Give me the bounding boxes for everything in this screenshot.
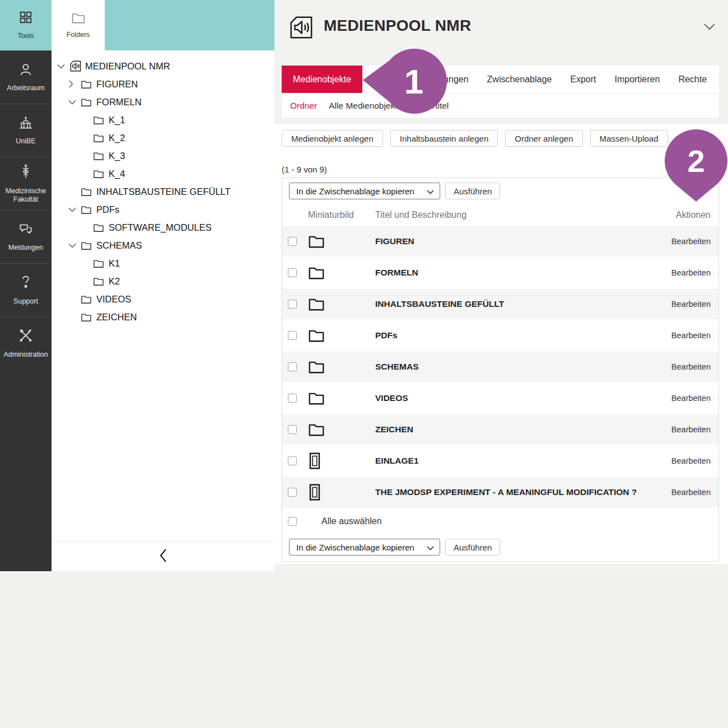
tree-item-k_1[interactable]: K_1 bbox=[52, 111, 274, 129]
execute-button[interactable]: Ausführen bbox=[445, 539, 500, 556]
rail-item-label: Support bbox=[12, 297, 40, 306]
tree-item-k_3[interactable]: K_3 bbox=[52, 147, 274, 165]
rail-item-meldungen[interactable]: Meldungen bbox=[0, 210, 52, 263]
row-checkbox[interactable] bbox=[288, 362, 297, 371]
folder-icon bbox=[81, 97, 96, 107]
chevron-down-icon[interactable] bbox=[68, 100, 81, 105]
tree-item-label: K_1 bbox=[109, 115, 125, 125]
table-row[interactable]: INHALTSBAUSTEINE GEFÜLLT Bearbeiten bbox=[282, 289, 718, 320]
rail-item-tools[interactable]: Tools bbox=[0, 0, 52, 50]
create-content-block-button[interactable]: Inhaltsbaustein anlegen bbox=[390, 130, 498, 147]
chevron-down-icon[interactable] bbox=[68, 243, 81, 248]
folder-icon bbox=[308, 234, 375, 249]
rail-item-medizinische-fakultaet[interactable]: Medizinische Fakultät bbox=[0, 157, 52, 210]
tab-rechte[interactable]: Rechte bbox=[678, 74, 707, 85]
subtab-ordner[interactable]: Ordner bbox=[290, 101, 317, 111]
execute-button[interactable]: Ausführen bbox=[445, 183, 500, 199]
tree-item-videos[interactable]: VIDEOS bbox=[52, 290, 274, 308]
tree-item-schemas[interactable]: SCHEMAS bbox=[52, 236, 274, 254]
rail-item-administration[interactable]: Administration bbox=[0, 316, 52, 370]
collapse-panel-chevron-left-icon[interactable] bbox=[153, 546, 173, 567]
row-checkbox[interactable] bbox=[288, 456, 297, 465]
bulk-action-select-value: In die Zwischenablage kopieren bbox=[296, 543, 414, 552]
column-aktionen: Aktionen bbox=[643, 210, 711, 220]
tree-item-label: K1 bbox=[109, 258, 120, 269]
app-icon-rail: Tools Arbeitsraum UniBE Medizinische Fak… bbox=[0, 0, 52, 571]
annotation-pin-2: 2 bbox=[662, 128, 728, 206]
tree-item-k1[interactable]: K1 bbox=[52, 254, 274, 272]
folder-panel: Folders MEDIENPOOL NMR FIGUREN FORMELN bbox=[52, 0, 274, 571]
bulk-action-select[interactable]: In die Zwischenablage kopieren bbox=[289, 183, 440, 199]
folder-icon bbox=[93, 277, 109, 286]
rail-item-label: Meldungen bbox=[7, 244, 45, 252]
row-checkbox[interactable] bbox=[288, 331, 297, 340]
row-title: FORMELN bbox=[375, 268, 643, 278]
chevron-right-icon[interactable] bbox=[68, 80, 81, 88]
edit-link[interactable]: Bearbeiten bbox=[643, 300, 711, 309]
tab-zwischenablage[interactable]: Zwischenablage bbox=[487, 74, 552, 85]
tree-item-software_modules[interactable]: SOFTWARE_MODULES bbox=[52, 218, 274, 236]
header-chevron-down-icon[interactable] bbox=[703, 22, 716, 32]
tree-item-label: FORMELN bbox=[96, 97, 142, 108]
rail-item-label: UniBE bbox=[14, 137, 37, 146]
content-panel: Medienobjekt anlegen Inhaltsbaustein anl… bbox=[274, 124, 728, 564]
tree-item-pdfs[interactable]: PDFs bbox=[52, 200, 274, 218]
folder-panel-footer bbox=[52, 542, 274, 571]
folder-icon bbox=[93, 259, 109, 268]
rail-item-label: Medizinische Fakultät bbox=[0, 187, 52, 204]
folder-icon bbox=[308, 422, 375, 437]
folders-tab[interactable]: Folders bbox=[52, 0, 105, 50]
row-checkbox[interactable] bbox=[288, 488, 297, 497]
question-icon bbox=[20, 274, 32, 292]
tree-item-label: MEDIENPOOL NMR bbox=[85, 61, 170, 72]
tree-item-figuren[interactable]: FIGUREN bbox=[52, 75, 274, 93]
tab-importieren[interactable]: Importieren bbox=[614, 74, 660, 85]
table-row[interactable]: PDFs Bearbeiten bbox=[282, 320, 718, 352]
folder-icon bbox=[71, 12, 86, 26]
rail-item-support[interactable]: Support bbox=[0, 263, 52, 316]
row-checkbox[interactable] bbox=[288, 268, 297, 277]
row-title: INHALTSBAUSTEINE GEFÜLLT bbox=[375, 299, 643, 309]
tab-export[interactable]: Export bbox=[570, 74, 596, 85]
edit-link[interactable]: Bearbeiten bbox=[643, 362, 711, 371]
edit-link[interactable]: Bearbeiten bbox=[643, 331, 711, 340]
row-checkbox[interactable] bbox=[288, 394, 297, 403]
select-all-checkbox[interactable] bbox=[288, 517, 297, 526]
create-media-object-button[interactable]: Medienobjekt anlegen bbox=[282, 130, 383, 147]
row-checkbox[interactable] bbox=[288, 425, 297, 434]
table-row[interactable]: EINLAGE1 Bearbeiten bbox=[282, 446, 718, 477]
folder-icon bbox=[81, 312, 96, 322]
rail-item-unibe[interactable]: UniBE bbox=[0, 104, 52, 157]
document-icon bbox=[308, 452, 375, 470]
tree-item-zeichen[interactable]: ZEICHEN bbox=[52, 308, 274, 326]
tree-item-medienpool-nmr[interactable]: MEDIENPOOL NMR bbox=[52, 57, 274, 75]
tree-item-k2[interactable]: K2 bbox=[52, 272, 274, 290]
table-row[interactable]: VIDEOS Bearbeiten bbox=[282, 383, 718, 414]
edit-link[interactable]: Bearbeiten bbox=[643, 237, 711, 246]
edit-link[interactable]: Bearbeiten bbox=[643, 394, 711, 403]
edit-link[interactable]: Bearbeiten bbox=[643, 456, 711, 465]
table-row[interactable]: SCHEMAS Bearbeiten bbox=[282, 352, 718, 383]
bulk-action-select[interactable]: In die Zwischenablage kopieren bbox=[289, 539, 440, 556]
chevron-down-icon bbox=[427, 186, 434, 196]
table-row[interactable]: ZEICHEN Bearbeiten bbox=[282, 414, 718, 446]
table-row[interactable]: FORMELN Bearbeiten bbox=[282, 258, 718, 289]
tree-item-inhaltsbausteine-gefuellt[interactable]: INHALTSBAUSTEINE GEFÜLLT bbox=[52, 183, 274, 200]
edit-link[interactable]: Bearbeiten bbox=[643, 488, 711, 497]
table-row[interactable]: FIGUREN Bearbeiten bbox=[282, 226, 718, 258]
edit-link[interactable]: Bearbeiten bbox=[643, 268, 711, 277]
tree-item-label: PDFs bbox=[96, 204, 119, 215]
tab-medienobjekte[interactable]: Medienobjekte bbox=[282, 66, 362, 93]
chevron-down-icon[interactable] bbox=[57, 64, 69, 69]
tree-item-formeln[interactable]: FORMELN bbox=[52, 93, 274, 111]
tree-item-k_2[interactable]: K_2 bbox=[52, 129, 274, 147]
chevron-down-icon[interactable] bbox=[68, 207, 81, 212]
create-folder-button[interactable]: Ordner anlegen bbox=[505, 130, 582, 147]
mass-upload-button[interactable]: Massen-Upload bbox=[590, 130, 668, 147]
edit-link[interactable]: Bearbeiten bbox=[643, 425, 711, 434]
row-checkbox[interactable] bbox=[288, 300, 297, 309]
rail-item-arbeitsraum[interactable]: Arbeitsraum bbox=[0, 50, 52, 104]
table-row[interactable]: THE JMODSP EXPERIMENT - A MEANINGFUL MOD… bbox=[282, 477, 718, 508]
tree-item-k_4[interactable]: K_4 bbox=[52, 165, 274, 183]
row-checkbox[interactable] bbox=[288, 237, 297, 246]
